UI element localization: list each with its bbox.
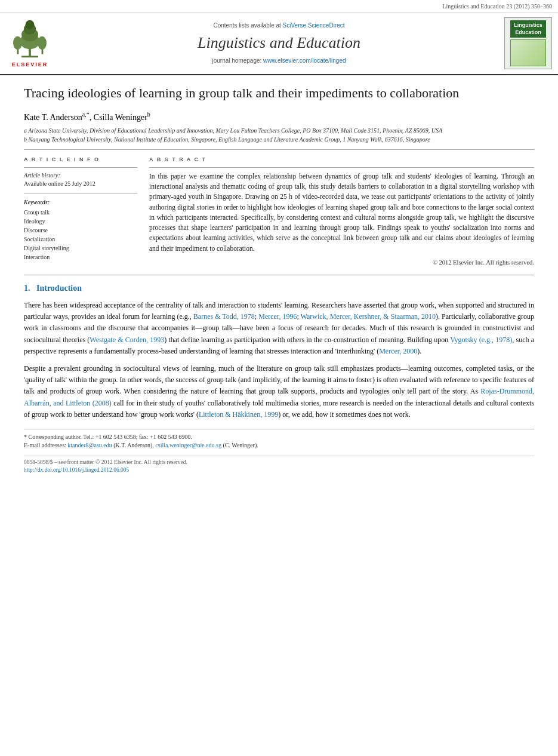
- svg-point-5: [26, 20, 35, 29]
- keywords-label: Keywords:: [24, 198, 137, 207]
- elsevier-logo: ELSEVIER: [6, 17, 54, 69]
- journal-header: ELSEVIER Contents lists available at Sci…: [0, 13, 558, 75]
- history-label: Article history:: [24, 171, 137, 180]
- sciverse-line: Contents lists available at SciVerse Sci…: [60, 21, 498, 30]
- author-b-sup: b: [147, 111, 150, 118]
- ref-mercer-2000[interactable]: Mercer, 2000: [379, 347, 417, 355]
- abstract-column: A B S T R A C T In this paper we examine…: [149, 156, 534, 267]
- ref-rojas[interactable]: Rojas-Drummond, Albarrán, and Littleton …: [24, 387, 534, 407]
- elsevier-tree-icon: [9, 18, 51, 60]
- intro-paragraph-2: Despite a prevalent grounding in sociocu…: [24, 363, 534, 420]
- intro-paragraph-1: There has been widespread acceptance of …: [24, 300, 534, 357]
- footer-issn: 0898-5898/$ – see front matter © 2012 El…: [24, 459, 534, 466]
- copyright-line: © 2012 Elsevier Inc. All rights reserved…: [149, 259, 534, 268]
- affiliation-a: a Arizona State University, Division of …: [24, 127, 534, 134]
- svg-rect-1: [21, 56, 38, 58]
- email-link-a[interactable]: ktander8@asu.edu: [67, 442, 112, 448]
- conjunction-and: and: [53, 399, 63, 407]
- article-title: Tracing ideologies of learning in group …: [24, 85, 534, 102]
- journal-logo-title: LinguisticsEducation: [510, 20, 546, 38]
- svg-rect-0: [29, 49, 31, 57]
- ref-littleton[interactable]: Littleton & Häkkinen, 1999: [199, 410, 278, 419]
- author-a-sup: a,*: [82, 111, 90, 118]
- citation-text: Linguistics and Education 23 (2012) 350–…: [442, 3, 552, 10]
- article-info-heading: A R T I C L E I N F O: [24, 156, 137, 164]
- footnote-area: * Corresponding author. Tel.: +1 602 543…: [24, 429, 534, 450]
- introduction-section: 1. Introduction There has been widesprea…: [24, 282, 534, 420]
- main-content-divider: [24, 275, 534, 275]
- ref-barnes-todd[interactable]: Barnes & Todd, 1978: [193, 312, 255, 321]
- keyword-interaction: Interaction: [24, 253, 137, 262]
- ref-mercer-1996[interactable]: Mercer, 1996: [258, 312, 297, 321]
- journal-title: Linguistics and Education: [60, 32, 498, 54]
- keyword-discourse: Discourse: [24, 226, 137, 235]
- footnote-emails: E-mail addresses: ktander8@asu.edu (K.T.…: [24, 441, 534, 450]
- footer-doi: http://dx.doi.org/10.1016/j.linged.2012.…: [24, 466, 534, 474]
- article-info-column: A R T I C L E I N F O Article history: A…: [24, 156, 137, 267]
- keywords-section: Keywords: Group talk Ideology Discourse …: [24, 198, 137, 262]
- doi-link[interactable]: http://dx.doi.org/10.1016/j.linged.2012.…: [24, 467, 129, 473]
- journal-logo-box: LinguisticsEducation: [504, 17, 552, 69]
- ref-warwick[interactable]: Warwick, Mercer, Kershner, & Staarman, 2…: [301, 312, 436, 321]
- available-online: Available online 25 July 2012: [24, 180, 137, 188]
- keyword-ideology: Ideology: [24, 217, 137, 226]
- sciverse-link[interactable]: SciVerse ScienceDirect: [283, 22, 345, 29]
- divider-after-affiliations: [24, 149, 534, 150]
- authors-line: Kate T. Andersona,*, Csilla Weningerb: [24, 110, 534, 123]
- footer-bar: 0898-5898/$ – see front matter © 2012 El…: [24, 456, 534, 475]
- abstract-divider: [149, 167, 534, 168]
- homepage-link[interactable]: www.elsevier.com/locate/linged: [263, 57, 346, 64]
- journal-homepage: journal homepage: www.elsevier.com/locat…: [60, 57, 498, 65]
- abstract-text: In this paper we examine the complex rel…: [149, 171, 534, 254]
- info-divider-mid: [24, 193, 137, 193]
- email-link-b[interactable]: csilla.weninger@nie.edu.sg: [155, 442, 221, 448]
- author-a: Kate T. Anderson: [24, 113, 82, 122]
- svg-point-7: [13, 36, 22, 50]
- svg-point-9: [38, 36, 47, 50]
- info-divider-top: [24, 167, 137, 168]
- abstract-heading: A B S T R A C T: [149, 156, 534, 164]
- keyword-digital-storytelling: Digital storytelling: [24, 244, 137, 253]
- content-area: Tracing ideologies of learning in group …: [0, 75, 558, 486]
- ref-westgate[interactable]: Westgate & Corden, 1993: [90, 336, 164, 344]
- footnote-corresponding: * Corresponding author. Tel.: +1 602 543…: [24, 433, 534, 441]
- author-b: , Csilla Weninger: [90, 113, 147, 122]
- keyword-socialization: Socialization: [24, 235, 137, 244]
- section-title: 1. Introduction: [24, 282, 534, 294]
- journal-header-center: Contents lists available at SciVerse Sci…: [60, 17, 498, 69]
- info-abstract-columns: A R T I C L E I N F O Article history: A…: [24, 156, 534, 267]
- elsevier-label-text: ELSEVIER: [12, 61, 48, 69]
- keyword-group-talk: Group talk: [24, 208, 137, 217]
- ref-vygotsky[interactable]: Vygotsky (e.g., 1978): [450, 336, 512, 344]
- article-history: Article history: Available online 25 Jul…: [24, 171, 137, 188]
- affiliation-b: b Nanyang Technological University, Nati…: [24, 136, 534, 143]
- journal-logo-image: [510, 39, 546, 66]
- citation-bar: Linguistics and Education 23 (2012) 350–…: [0, 0, 558, 13]
